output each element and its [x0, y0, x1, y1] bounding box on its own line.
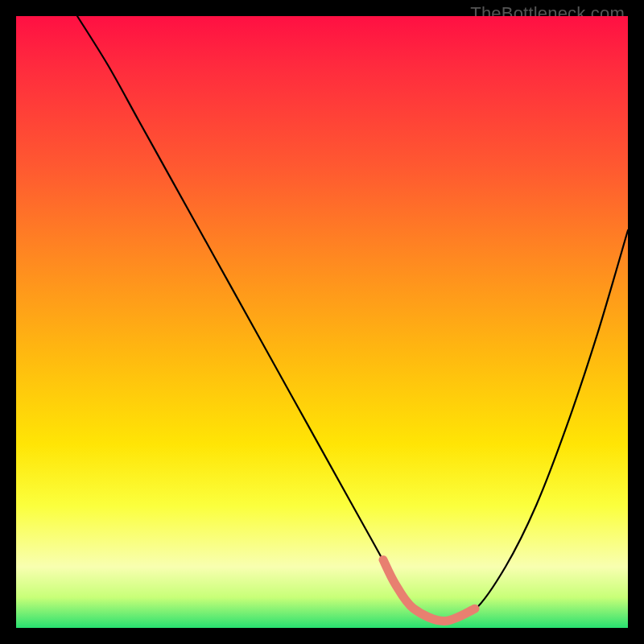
chart-svg — [16, 16, 628, 628]
plot-area — [16, 16, 628, 628]
chart-frame: TheBottleneck.com — [0, 0, 644, 644]
bottleneck-highlight — [383, 559, 475, 621]
bottleneck-curve — [77, 16, 628, 621]
